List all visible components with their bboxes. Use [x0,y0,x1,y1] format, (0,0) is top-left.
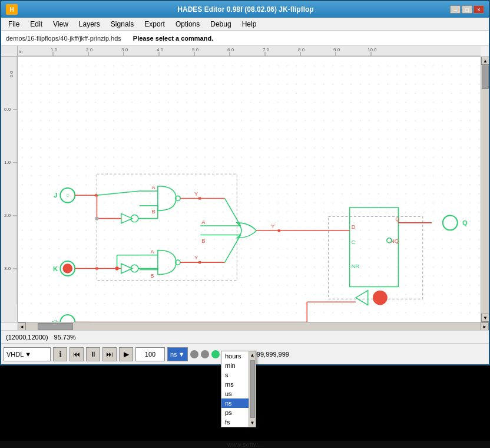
menu-view[interactable]: View [48,19,73,29]
menu-signals[interactable]: Signals [106,19,138,29]
svg-text:D: D [352,224,356,230]
minimize-button[interactable]: – [450,5,461,14]
svg-point-108 [115,266,118,270]
dropdown-item-fs[interactable]: fs [221,417,249,427]
svg-text:0.0: 0.0 [9,71,14,78]
svg-text:2.0: 2.0 [86,47,93,52]
horizontal-scroll-thumb[interactable] [38,323,73,330]
main-area: 0.0 0.0 1.0 2.0 3.0 [1,57,489,322]
svg-point-42 [63,263,73,274]
rewind-button[interactable]: ⏮ [69,347,84,361]
dropdown-items-list: hours min s ms us ns ps fs [221,351,249,427]
svg-text:A: A [201,219,206,225]
dropdown-item-s[interactable]: s [221,370,249,380]
horizontal-scrollbar[interactable] [26,322,481,330]
svg-text:Q: Q [462,219,468,226]
file-path: demos/16-flipflops/40-jkff/jkff-prinzip.… [6,35,121,42]
ruler-row: in 1.0 2.0 3.0 4.0 5.0 6.0 7.0 8.0 9.0 [1,46,489,57]
svg-text:A: A [150,249,154,255]
fast-forward-button[interactable]: ⏭ [102,347,117,361]
svg-text:Y: Y [271,223,274,229]
svg-text:0.0: 0.0 [4,107,11,112]
svg-text:J: J [54,192,57,199]
circuit-canvas[interactable]: ○ J K clk [18,57,481,322]
ruler-corner [1,46,18,57]
time-unit-value: ns [170,351,177,358]
menu-export[interactable]: Export [140,19,170,29]
svg-text:8.0: 8.0 [298,47,305,52]
dropdown-item-ns[interactable]: ns [221,398,249,408]
sim-dot-gray1 [190,350,198,358]
dropdown-item-ms[interactable]: ms [221,380,249,389]
menu-options[interactable]: Options [171,19,204,29]
close-button[interactable]: × [474,5,484,14]
vertical-scroll-thumb[interactable] [482,65,489,89]
svg-text:Y: Y [194,255,198,261]
play-button[interactable]: ▶ [119,347,133,361]
svg-text:○: ○ [66,192,69,199]
svg-text:A: A [152,185,156,190]
dropdown-scroll-thumb[interactable] [250,360,255,418]
dropdown-item-hours[interactable]: hours [221,351,249,361]
vertical-scrollbar[interactable]: ▲ ▼ [481,57,489,322]
vertical-ruler: 0.0 0.0 1.0 2.0 3.0 [1,57,18,322]
svg-text:4.0: 4.0 [157,47,164,52]
time-unit-arrow: ▼ [178,351,185,358]
language-combo-arrow: ▼ [25,351,31,358]
dropdown-item-us[interactable]: us [221,389,249,398]
pause-button[interactable]: ⏸ [86,347,100,361]
svg-text:NR: NR [352,263,360,269]
dropdown-item-ps[interactable]: ps [221,408,249,417]
dropdown-scrollbar[interactable]: ▲ ▼ [249,351,256,427]
command-status: Please select a command. [133,35,213,42]
scroll-down-button[interactable]: ▼ [481,314,489,322]
svg-text:7.0: 7.0 [263,47,270,52]
scroll-left-button[interactable]: ◄ [18,322,26,331]
svg-text:5.0: 5.0 [192,47,199,52]
dropdown-scroll-down[interactable]: ▼ [249,419,256,427]
scroll-right-button[interactable]: ► [481,322,489,331]
menu-layers[interactable]: Layers [74,19,105,29]
sim-dot-green [211,350,220,358]
time-value-input[interactable]: 100 [135,347,165,361]
menu-file[interactable]: File [4,19,24,29]
svg-rect-64 [198,197,201,199]
svg-text:3.0: 3.0 [4,266,11,271]
path-bar: demos/16-flipflops/40-jkff/jkff-prinzip.… [1,31,489,46]
sim-dot-gray2 [201,350,209,358]
scroll-up-button[interactable]: ▲ [481,57,489,65]
svg-text:B: B [150,273,154,279]
window-title: HADES Editor 0.98f (08.02.06) JK-flipflo… [41,5,450,14]
svg-point-107 [95,217,98,220]
language-combo[interactable]: VHDL ▼ [4,347,51,361]
main-window: H HADES Editor 0.98f (08.02.06) JK-flipf… [0,0,490,365]
zoom-display: 95.73% [54,334,76,341]
time-unit-dropdown[interactable]: ns ▼ [167,347,188,361]
horizontal-scrollbar-container: ◄ ► [1,322,489,330]
language-value: VHDL [6,351,24,358]
svg-text:3.0: 3.0 [121,47,128,52]
info-button[interactable]: ℹ [53,347,67,361]
title-bar: H HADES Editor 0.98f (08.02.06) JK-flipf… [1,1,489,18]
status-bar: (12000,12000) 95.73% [1,330,489,343]
svg-text:Y: Y [194,191,198,197]
h-scroll-spacer [1,322,18,330]
svg-text:10.0: 10.0 [368,47,377,52]
app-icon: H [6,4,18,15]
menu-debug[interactable]: Debug [206,19,236,29]
svg-text:B: B [152,209,155,215]
maximize-button[interactable]: □ [462,5,472,14]
watermark: www.softw... [0,441,490,448]
menu-edit[interactable]: Edit [25,19,47,29]
menu-help[interactable]: Help [237,19,261,29]
svg-text:Q: Q [395,216,399,222]
svg-text:6.0: 6.0 [227,47,234,52]
window-controls: – □ × [450,5,484,14]
dropdown-scroll-up[interactable]: ▲ [249,351,256,359]
svg-text:1.0: 1.0 [4,160,11,165]
time-unit-dropdown-menu: hours min s ms us ns ps fs ▲ ▼ [221,351,256,427]
svg-rect-33 [18,61,481,317]
dropdown-item-min[interactable]: min [221,361,249,370]
svg-text:in: in [19,49,22,54]
svg-text:C: C [352,239,356,245]
